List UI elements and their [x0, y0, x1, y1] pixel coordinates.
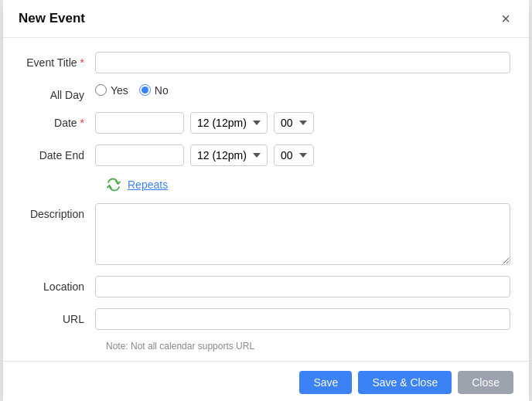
- date-end-hour-select[interactable]: 12 (12pm) 1 (1am)2 (2am)3 (3am) 4 (4am)5…: [190, 144, 268, 166]
- all-day-label: All Day: [22, 84, 95, 101]
- all-day-yes-label[interactable]: Yes: [95, 84, 128, 97]
- location-row: Location: [22, 276, 510, 297]
- date-hour-select[interactable]: 12 (12pm) 1 (1am)2 (2am)3 (3am) 4 (4am)5…: [190, 112, 268, 134]
- dialog-title: New Event: [19, 11, 85, 26]
- url-label: URL: [22, 308, 95, 325]
- date-end-input[interactable]: [95, 144, 184, 166]
- date-end-control: 12 (12pm) 1 (1am)2 (2am)3 (3am) 4 (4am)5…: [95, 144, 510, 166]
- event-title-input[interactable]: [95, 52, 510, 73]
- date-minute-select[interactable]: 00 051015 202530 354045 5055: [274, 112, 314, 134]
- event-title-label: Event Title *: [22, 52, 95, 69]
- all-day-no-label[interactable]: No: [139, 84, 169, 97]
- url-input[interactable]: [95, 308, 510, 330]
- description-row: Description: [22, 203, 510, 265]
- repeat-icon: [106, 177, 121, 192]
- url-note: Note: Not all calendar supports URL: [22, 341, 510, 352]
- date-row: Date * 12 (12pm) 1 (1am)2 (2am)3 (3am) 4…: [22, 112, 510, 134]
- repeats-row: Repeats: [22, 177, 510, 192]
- description-label: Description: [22, 203, 95, 220]
- dialog-footer: Save Save & Close Close: [3, 361, 529, 402]
- event-title-control: [95, 52, 510, 73]
- all-day-yes-radio[interactable]: [95, 84, 107, 96]
- date-required-star: *: [80, 117, 84, 129]
- date-end-label: Date End: [22, 144, 95, 161]
- url-row: URL: [22, 308, 510, 330]
- all-day-row: All Day Yes No: [22, 84, 510, 101]
- date-label: Date *: [22, 112, 95, 129]
- url-control: [95, 308, 510, 330]
- close-button[interactable]: Close: [458, 371, 513, 394]
- all-day-control: Yes No: [95, 84, 510, 97]
- new-event-dialog: New Event × Event Title * All Day Yes: [3, 0, 529, 401]
- description-control: [95, 203, 510, 265]
- description-textarea[interactable]: [95, 203, 510, 265]
- location-label: Location: [22, 276, 95, 293]
- dialog-header: New Event ×: [3, 0, 529, 38]
- date-end-minute-select[interactable]: 00 051015 202530 354045 5055: [274, 144, 314, 166]
- date-control: 12 (12pm) 1 (1am)2 (2am)3 (3am) 4 (4am)5…: [95, 112, 510, 134]
- event-title-row: Event Title *: [22, 52, 510, 73]
- location-control: [95, 276, 510, 297]
- required-star: *: [80, 56, 84, 69]
- dialog-body: Event Title * All Day Yes No: [3, 38, 529, 361]
- save-close-button[interactable]: Save & Close: [358, 371, 452, 394]
- dialog-close-button[interactable]: ×: [498, 9, 513, 28]
- save-button[interactable]: Save: [299, 371, 352, 394]
- date-end-row: Date End 12 (12pm) 1 (1am)2 (2am)3 (3am)…: [22, 144, 510, 166]
- all-day-no-radio[interactable]: [139, 84, 151, 96]
- repeats-button[interactable]: Repeats: [128, 178, 168, 191]
- date-input[interactable]: [95, 112, 184, 134]
- location-input[interactable]: [95, 276, 510, 297]
